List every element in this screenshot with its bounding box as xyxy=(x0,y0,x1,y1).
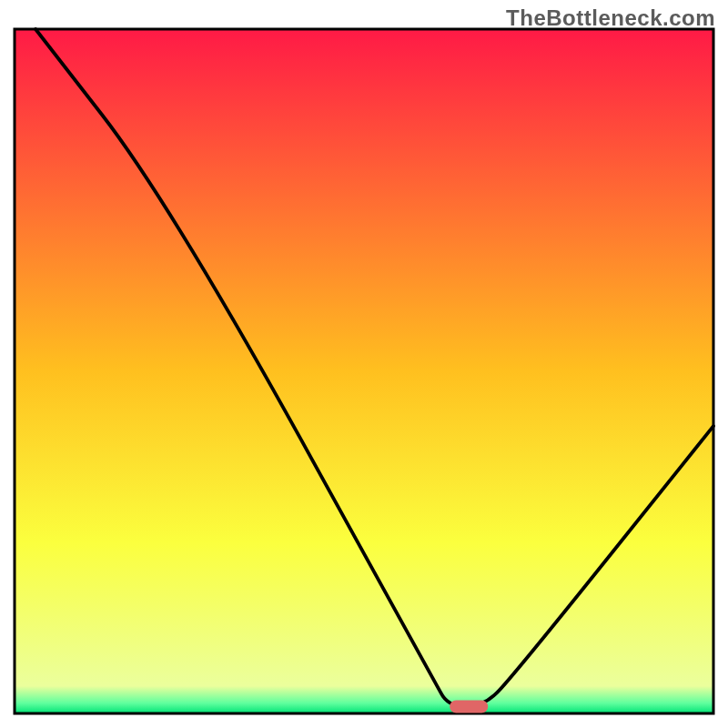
bottleneck-chart: TheBottleneck.com xyxy=(0,0,728,728)
plot-background xyxy=(15,29,713,713)
minimum-marker xyxy=(450,700,488,713)
watermark-text: TheBottleneck.com xyxy=(506,5,715,31)
chart-svg xyxy=(0,0,728,728)
